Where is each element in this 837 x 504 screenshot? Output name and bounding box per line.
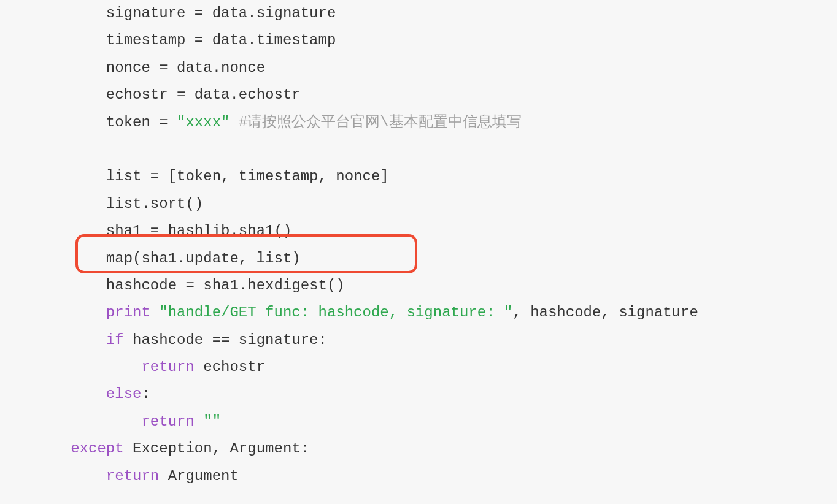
code-line: list = [token, timestamp, nonce] <box>0 163 837 190</box>
code-line: map(sha1.update, list) <box>0 245 837 272</box>
code-line: return Argument <box>0 463 837 490</box>
code-line: token = "xxxx" #请按照公众平台官网\基本配置中信息填写 <box>0 109 837 136</box>
code-block: signature = data.signature timestamp = d… <box>0 0 837 490</box>
code-line: sha1 = hashlib.sha1() <box>0 218 837 245</box>
code-token: signature = data.signature <box>106 5 336 21</box>
code-token: list.sort() <box>106 196 203 212</box>
code-line: hashcode = sha1.hexdigest() <box>0 272 837 299</box>
code-line: print "handle/GET func: hashcode, signat… <box>0 299 837 326</box>
code-token: map(sha1.update, list) <box>106 250 301 267</box>
code-line <box>0 136 837 163</box>
keyword: else <box>106 386 142 402</box>
code-line: nonce = data.nonce <box>0 55 837 82</box>
code-token: : <box>141 386 150 402</box>
code-line: timestamp = data.timestamp <box>0 27 837 54</box>
code-token: Exception, Argument: <box>124 440 309 457</box>
keyword: return <box>141 413 194 430</box>
string-literal: "xxxx" <box>177 114 230 131</box>
string-literal: "" <box>203 413 221 430</box>
code-token: nonce = data.nonce <box>106 59 265 76</box>
code-token: hashcode = sha1.hexdigest() <box>106 277 345 294</box>
keyword: print <box>106 304 150 321</box>
code-token: sha1 = hashlib.sha1() <box>106 223 291 239</box>
keyword: except <box>71 440 123 457</box>
code-token: token = <box>106 114 177 131</box>
code-token: timestamp = data.timestamp <box>106 32 336 48</box>
code-token: list = [token, timestamp, nonce] <box>106 168 389 185</box>
code-line: echostr = data.echostr <box>0 82 837 109</box>
code-token: echostr <box>195 359 265 375</box>
code-line: signature = data.signature <box>0 0 837 27</box>
code-token: , hashcode, signature <box>512 304 698 321</box>
code-line: except Exception, Argument: <box>0 435 837 462</box>
comment: #请按照公众平台官网\基本配置中信息填写 <box>239 114 522 131</box>
code-line: if hashcode == signature: <box>0 327 837 354</box>
code-token: Argument <box>159 468 239 484</box>
keyword: if <box>106 332 124 348</box>
string-literal: "handle/GET func: hashcode, signature: " <box>159 304 512 321</box>
code-line: else: <box>0 381 837 408</box>
code-line: return echostr <box>0 354 837 381</box>
code-token: echostr = data.echostr <box>106 86 301 103</box>
code-line: return "" <box>0 408 837 435</box>
keyword: return <box>106 468 159 484</box>
code-token: hashcode == signature: <box>124 332 327 348</box>
code-line: list.sort() <box>0 191 837 218</box>
keyword: return <box>141 359 194 375</box>
